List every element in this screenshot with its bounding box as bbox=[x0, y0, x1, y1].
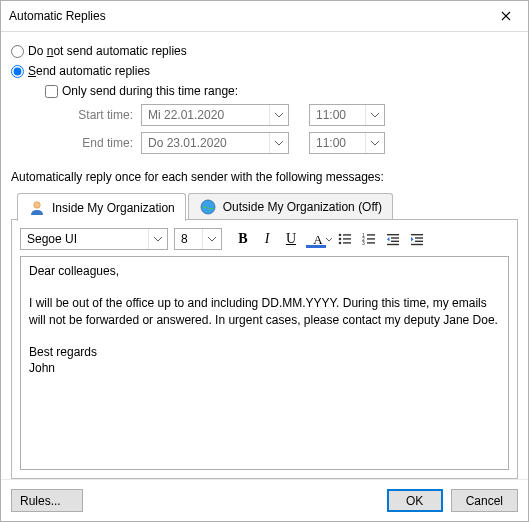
chevron-down-icon bbox=[148, 229, 167, 249]
italic-button[interactable]: I bbox=[256, 228, 278, 250]
underline-button[interactable]: U bbox=[280, 228, 302, 250]
svg-point-0 bbox=[34, 201, 40, 207]
globe-icon bbox=[199, 198, 217, 216]
close-icon bbox=[501, 11, 511, 21]
font-family-combo[interactable]: Segoe UI bbox=[20, 228, 168, 250]
svg-text:3: 3 bbox=[362, 240, 365, 246]
tab-outside-label: Outside My Organization (Off) bbox=[223, 200, 382, 214]
radio-send[interactable] bbox=[11, 65, 24, 78]
start-time-label: Start time: bbox=[61, 108, 133, 122]
outdent-icon bbox=[385, 231, 401, 247]
end-time-combo[interactable]: 11:00 bbox=[309, 132, 385, 154]
bullet-list-icon bbox=[337, 231, 353, 247]
svg-rect-6 bbox=[343, 238, 351, 239]
time-range-grid: Start time: Mi 22.01.2020 11:00 End time… bbox=[61, 104, 518, 160]
titlebar: Automatic Replies bbox=[1, 1, 528, 32]
svg-rect-10 bbox=[367, 234, 375, 235]
svg-rect-4 bbox=[343, 234, 351, 235]
close-button[interactable] bbox=[484, 1, 528, 31]
indent-button[interactable] bbox=[406, 228, 428, 250]
svg-rect-8 bbox=[343, 242, 351, 243]
svg-rect-16 bbox=[391, 237, 399, 238]
tab-strip: Inside My Organization Outside My Organi… bbox=[11, 192, 518, 220]
radio-do-not-send[interactable] bbox=[11, 45, 24, 58]
checkbox-time-range[interactable] bbox=[45, 85, 58, 98]
svg-rect-17 bbox=[391, 241, 399, 242]
option-send[interactable]: Send automatic replies bbox=[11, 64, 518, 78]
svg-point-7 bbox=[339, 242, 342, 245]
svg-point-3 bbox=[339, 234, 342, 237]
numbered-list-button[interactable]: 123 bbox=[358, 228, 380, 250]
font-size-combo[interactable]: 8 bbox=[174, 228, 222, 250]
outdent-button[interactable] bbox=[382, 228, 404, 250]
tab-panel-inside: Segoe UI 8 B I U A 123 bbox=[11, 220, 518, 479]
tab-inside-label: Inside My Organization bbox=[52, 201, 175, 215]
option-only-during-range[interactable]: Only send during this time range: bbox=[45, 84, 518, 98]
tab-outside-org[interactable]: Outside My Organization (Off) bbox=[188, 193, 393, 220]
label-do-not-send: Do not send automatic replies bbox=[28, 44, 187, 58]
chevron-down-icon bbox=[365, 105, 384, 125]
message-editor[interactable]: Dear colleagues, I will be out of the of… bbox=[20, 256, 509, 470]
font-color-button[interactable]: A bbox=[304, 228, 332, 250]
svg-rect-20 bbox=[415, 237, 423, 238]
option-do-not-send[interactable]: Do not send automatic replies bbox=[11, 44, 518, 58]
start-time-combo[interactable]: 11:00 bbox=[309, 104, 385, 126]
numbered-list-icon: 123 bbox=[361, 231, 377, 247]
chevron-down-icon bbox=[365, 133, 384, 153]
chevron-down-icon bbox=[202, 229, 221, 249]
end-time-label: End time: bbox=[61, 136, 133, 150]
dialog-footer: Rules... OK Cancel bbox=[1, 479, 528, 521]
svg-rect-15 bbox=[387, 234, 399, 235]
cancel-button[interactable]: Cancel bbox=[451, 489, 518, 512]
svg-rect-18 bbox=[387, 244, 399, 245]
label-send: Send automatic replies bbox=[28, 64, 150, 78]
ok-button[interactable]: OK bbox=[387, 489, 443, 512]
section-text: Automatically reply once for each sender… bbox=[11, 170, 518, 184]
chevron-down-icon bbox=[269, 133, 288, 153]
person-icon bbox=[28, 199, 46, 217]
tab-inside-org[interactable]: Inside My Organization bbox=[17, 193, 186, 221]
automatic-replies-dialog: Automatic Replies Do not send automatic … bbox=[0, 0, 529, 522]
window-title: Automatic Replies bbox=[1, 9, 106, 23]
svg-point-5 bbox=[339, 238, 342, 241]
indent-icon bbox=[409, 231, 425, 247]
chevron-down-icon bbox=[326, 231, 332, 245]
bold-button[interactable]: B bbox=[232, 228, 254, 250]
start-date-combo[interactable]: Mi 22.01.2020 bbox=[141, 104, 289, 126]
svg-rect-12 bbox=[367, 238, 375, 239]
end-date-combo[interactable]: Do 23.01.2020 bbox=[141, 132, 289, 154]
format-toolbar: Segoe UI 8 B I U A 123 bbox=[20, 228, 509, 250]
svg-rect-22 bbox=[411, 244, 423, 245]
svg-rect-14 bbox=[367, 242, 375, 243]
bullet-list-button[interactable] bbox=[334, 228, 356, 250]
svg-rect-21 bbox=[415, 241, 423, 242]
chevron-down-icon bbox=[269, 105, 288, 125]
svg-rect-19 bbox=[411, 234, 423, 235]
rules-button[interactable]: Rules... bbox=[11, 489, 83, 512]
label-time-range: Only send during this time range: bbox=[62, 84, 238, 98]
